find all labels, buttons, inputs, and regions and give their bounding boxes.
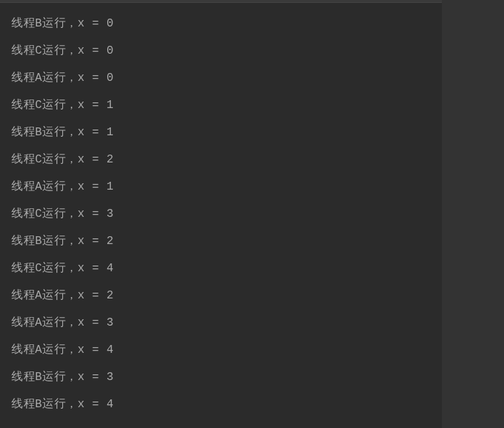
console-line: 线程A运行，x = 2 xyxy=(11,282,442,309)
console-line: 线程B运行，x = 4 xyxy=(11,391,442,418)
console-line: 线程B运行，x = 3 xyxy=(11,364,442,391)
console-line: 线程B运行，x = 0 xyxy=(11,10,442,37)
console-line: 线程C运行，x = 1 xyxy=(11,92,442,119)
console-line: 线程A运行，x = 3 xyxy=(11,309,442,336)
right-panel xyxy=(442,0,504,428)
console-line: 线程C运行，x = 2 xyxy=(11,146,442,173)
console-line: 线程A运行，x = 4 xyxy=(11,336,442,364)
console-line: 线程B运行，x = 1 xyxy=(11,119,442,146)
console-line: 线程C运行，x = 3 xyxy=(11,200,442,228)
console-line: 线程A运行，x = 0 xyxy=(11,64,442,92)
console-line: 线程B运行，x = 2 xyxy=(11,228,442,255)
console-line: 线程C运行，x = 4 xyxy=(11,255,442,282)
console-output: 线程B运行，x = 0 线程C运行，x = 0 线程A运行，x = 0 线程C运… xyxy=(0,3,442,418)
console-line: 线程C运行，x = 0 xyxy=(11,37,442,64)
console-line: 线程A运行，x = 1 xyxy=(11,173,442,200)
